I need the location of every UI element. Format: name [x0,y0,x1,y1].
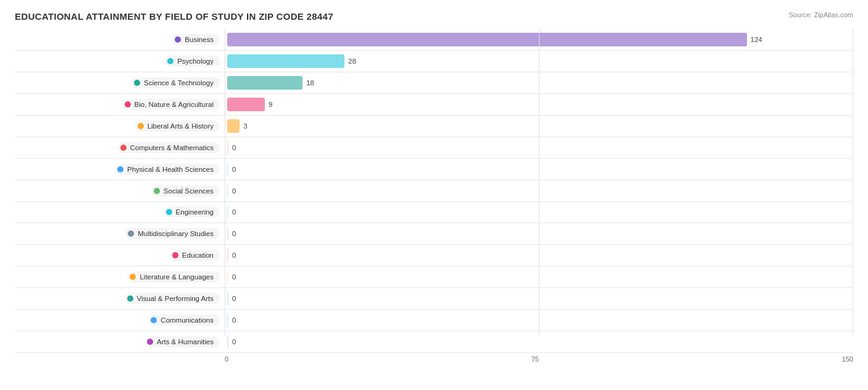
chart-container: EDUCATIONAL ATTAINMENT BY FIELD OF STUDY… [0,0,868,390]
bar-label-text: Literature & Languages [140,273,214,281]
bar-fill [227,313,228,327]
bar-track: 0 [225,205,853,219]
bar-value: 124 [751,36,762,43]
chart-area: Business124Psychology28Science & Technol… [15,29,853,363]
bar-track: 124 [225,33,853,46]
bar-label: Liberal Arts & History [15,121,225,132]
bar-label: Multidisciplinary Studies [15,228,225,239]
bar-label: Social Sciences [15,185,225,197]
bar-value: 0 [232,338,236,345]
bar-row: Psychology28 [15,51,853,72]
bar-row: Visual & Performing Arts0 [15,288,853,310]
bar-value: 0 [232,230,236,237]
bar-fill [227,248,228,262]
bar-fill [227,141,228,155]
bar-fill [227,184,228,198]
bar-label: Bio, Nature & Agricultural [15,99,225,110]
label-dot-icon [130,274,136,280]
bar-value: 0 [232,208,236,216]
bar-row: Arts & Humanities0 [15,331,853,353]
bar-value: 0 [232,252,236,259]
bar-label: Business [15,34,225,45]
bar-label-text: Bio, Nature & Agricultural [135,101,214,108]
x-axis-label: 75 [532,355,539,363]
label-dot-icon [166,209,172,215]
bar-row: Multidisciplinary Studies0 [15,223,853,245]
bar-fill [227,270,228,284]
bar-track: 18 [225,76,853,90]
bar-value: 18 [306,79,314,87]
bar-track: 0 [225,163,853,176]
label-dot-icon [138,123,144,129]
bar-fill [227,227,228,240]
bar-value: 0 [232,273,236,281]
label-dot-icon [128,231,134,237]
bar-label-text: Liberal Arts & History [148,122,214,130]
bar-label: Education [15,250,225,261]
bar-fill [227,205,228,219]
label-dot-icon [147,339,153,345]
bar-label-text: Computers & Mathematics [130,144,214,151]
x-axis-label: 0 [225,355,228,363]
bar-label: Psychology [15,56,225,67]
bar-label-text: Education [182,252,214,259]
bar-value: 0 [232,144,236,151]
bar-row: Literature & Languages0 [15,266,853,288]
bar-track: 0 [225,184,853,198]
bar-track: 0 [225,227,853,240]
bar-label-text: Science & Technology [144,79,214,87]
bar-track: 0 [225,292,853,305]
bar-value: 28 [348,57,356,65]
label-dot-icon [117,166,123,172]
bar-row: Bio, Nature & Agricultural9 [15,94,853,116]
bar-track: 28 [225,54,853,68]
bar-label: Communications [15,315,225,326]
bar-label-text: Communications [161,316,214,324]
label-dot-icon [134,80,140,86]
bar-value: 0 [232,295,236,302]
bar-label-text: Visual & Performing Arts [137,295,214,302]
bar-row: Engineering0 [15,202,853,224]
bar-row: Liberal Arts & History3 [15,116,853,137]
bar-track: 0 [225,141,853,155]
label-dot-icon [151,317,157,323]
bar-label: Engineering [15,206,225,218]
bar-row: Social Sciences0 [15,180,853,202]
bar-label: Computers & Mathematics [15,142,225,153]
bar-label: Physical & Health Sciences [15,164,225,175]
bar-label-text: Multidisciplinary Studies [138,230,214,237]
label-dot-icon [120,145,127,151]
bar-track: 9 [225,98,853,111]
bar-label-text: Social Sciences [164,187,214,195]
bars-section: Business124Psychology28Science & Technol… [15,29,853,353]
x-axis-label: 150 [842,355,853,363]
chart-header: EDUCATIONAL ATTAINMENT BY FIELD OF STUDY… [15,11,853,22]
label-dot-icon [175,36,181,43]
bar-row: Computers & Mathematics0 [15,137,853,159]
bar-fill [227,33,747,46]
bar-label-text: Physical & Health Sciences [127,166,214,173]
bar-row: Physical & Health Sciences0 [15,159,853,180]
bar-fill [227,163,228,176]
bar-fill [227,76,303,90]
bar-label: Literature & Languages [15,271,225,282]
bar-value: 9 [269,101,272,108]
bar-label: Arts & Humanities [15,336,225,347]
bar-value: 0 [232,187,236,195]
label-dot-icon [172,252,178,258]
bar-fill [227,98,265,111]
bar-row: Business124 [15,29,853,51]
bar-value: 3 [243,122,247,130]
bar-track: 0 [225,313,853,327]
bar-row: Communications0 [15,310,853,331]
bar-label: Science & Technology [15,77,225,88]
bar-row: Education0 [15,245,853,266]
bar-track: 0 [225,335,853,349]
bar-fill [227,54,344,68]
bar-fill [227,119,240,133]
label-dot-icon [167,58,173,64]
bar-fill [227,292,228,305]
bar-track: 3 [225,119,853,133]
bar-value: 0 [232,316,236,324]
bar-track: 0 [225,248,853,262]
